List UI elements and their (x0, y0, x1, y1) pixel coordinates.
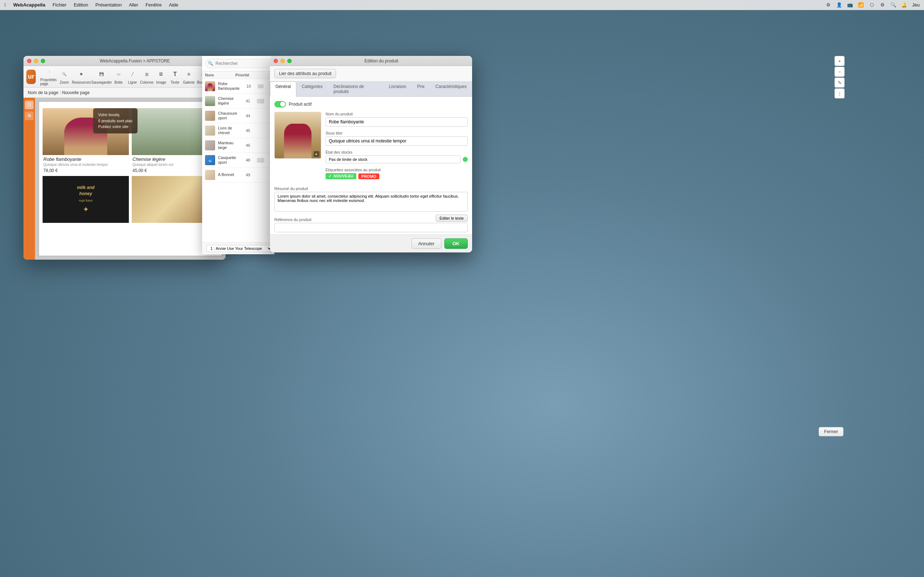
modal-max-btn[interactable] (287, 59, 292, 63)
summary-textarea[interactable] (274, 192, 468, 212)
edit-text-btn[interactable]: Editer le texte (436, 214, 468, 222)
minimize-button[interactable] (34, 59, 38, 63)
tab-prix[interactable]: Prix (412, 82, 430, 97)
fermer-btn[interactable]: Fermer (819, 427, 843, 436)
col-priority-header: Priorité (235, 73, 254, 77)
cancel-btn[interactable]: Annuler (412, 239, 441, 249)
page-name-value: Nouvelle page (62, 90, 90, 95)
panel-product-row-5[interactable]: 🧢 Casquette sport 48 (202, 153, 274, 168)
toolbar-save-btn[interactable]: 💾 Sauvegarder (92, 68, 111, 86)
tag-promo[interactable]: PROMO (359, 174, 380, 179)
panel-product-row-2[interactable]: Chaussure sport 44 (202, 108, 274, 123)
app-logo: ur (26, 69, 36, 84)
product-name-input[interactable] (326, 117, 468, 127)
panel-priority-3: 45 (239, 128, 257, 133)
tab-caracteristiques[interactable]: Caractéristiques (430, 82, 472, 97)
menu-apple[interactable]:  (4, 2, 6, 8)
sidebar-pages-icon[interactable]: ☷ (25, 101, 34, 109)
bluetooth-icon: ⬡ (869, 2, 874, 8)
toolbar-texte-btn[interactable]: T Texte (169, 68, 181, 86)
panel-thumb-5: 🧢 (205, 155, 215, 165)
search-menu-icon[interactable]: 🔍 (890, 2, 896, 8)
toolbar-galerie-btn[interactable]: ⊞ Galerie (183, 68, 195, 86)
close-button[interactable] (27, 59, 31, 63)
panel-product-row-6[interactable]: A Bonnet 49 (202, 168, 274, 182)
zoom-label: Zoom (60, 81, 69, 84)
resources-icon: ✱ (76, 69, 86, 79)
app-toolbar: ur 📄 Propriétés page 🔍 Zoom ✱ Ressources… (23, 66, 226, 88)
link-attributes-btn[interactable]: Lier des attributs au produit (274, 69, 336, 78)
tab-livraison[interactable]: Livraison (384, 82, 412, 97)
product-img-3: milk andhoney rupi kaur ✦ (43, 176, 129, 223)
modal-close-btn[interactable] (274, 59, 278, 63)
panel-flag-5 (257, 158, 264, 163)
summary-section: Résumé du produit Editer le texte (274, 187, 468, 213)
tag-nouveau-text: NOUVEAU (333, 174, 353, 178)
tag-nouveau[interactable]: ✓ NOUVEAU (326, 173, 356, 179)
toolbar-proprietes-btn[interactable]: 📄 Propriétés page (40, 68, 57, 86)
maximize-button[interactable] (41, 59, 45, 63)
modal-two-col: ► Nom du produit Sous titre (274, 112, 468, 184)
panel-thumb-3 (205, 126, 215, 135)
summary-label: Résumé du produit (274, 187, 468, 191)
panel-product-row-1[interactable]: Chemise légère 41 (202, 94, 274, 108)
tab-declinaisons[interactable]: Déclinaisons de produits (328, 82, 384, 97)
toolbar-zoom-btn[interactable]: 🔍 Zoom (58, 68, 70, 86)
panel-product-row-4[interactable]: Manteau large 46 (202, 138, 274, 153)
tab-categories[interactable]: Catégories (296, 82, 328, 97)
panel-product-row-0[interactable]: Robe flamboyante 10 (202, 79, 274, 94)
panel-flag-0 (258, 84, 263, 89)
zoom-in-btn[interactable]: + (835, 56, 845, 66)
img-nav-arrow[interactable]: ► (313, 151, 320, 157)
canvas-tooltip: Votre boutiq 6 produits sont plac Publie… (93, 108, 137, 134)
page-name-label-text: Nom de la page : (28, 90, 61, 95)
menu-fenetre[interactable]: Fenêtre (145, 2, 162, 8)
panel-product-row-3[interactable]: Livre de chevet 45 (202, 123, 274, 138)
panel-priority-0: 10 (240, 84, 258, 89)
stock-indicator (463, 157, 468, 162)
tab-general[interactable]: Général (270, 82, 296, 97)
tag-check-icon: ✓ (328, 174, 332, 178)
menu-aller[interactable]: Aller (129, 2, 138, 8)
book-bee-icon: ✦ (83, 205, 89, 214)
panel-search-input[interactable] (205, 59, 271, 68)
edit-tool-btn[interactable]: ✎ (835, 77, 845, 88)
toolbar-image-btn[interactable]: 🖼 Image (155, 68, 167, 86)
modal-titlebar: Edition du produit (270, 56, 472, 66)
menu-aide[interactable]: Aide (169, 2, 178, 8)
stock-input[interactable] (326, 155, 460, 163)
ok-btn[interactable]: OK (444, 239, 468, 249)
save-icon: 💾 (96, 69, 107, 79)
track-select[interactable]: 1 : Annie Use Your Telescope (207, 245, 273, 252)
zoom-out-btn[interactable]: − (835, 67, 845, 77)
product-active-toggle[interactable] (274, 101, 286, 108)
toolbar-resources-btn[interactable]: ✱ Ressources (72, 68, 90, 86)
modal-min-btn[interactable] (281, 59, 285, 63)
settings-icon: ⚙ (880, 2, 885, 8)
product-name-section: Nom du produit (326, 112, 468, 127)
tags-row: ✓ NOUVEAU PROMO (326, 173, 468, 179)
stock-label: État des stocks (326, 150, 468, 154)
product-card-3[interactable]: milk andhoney rupi kaur ✦ (43, 176, 129, 223)
menu-fichier[interactable]: Fichier (52, 2, 66, 8)
toolbar-boite-btn[interactable]: ▭ Boite (112, 68, 124, 86)
col-name-header: Nom (205, 73, 235, 77)
toolbar-ligne-btn[interactable]: ╱ Ligne (126, 68, 139, 86)
toolbar-colonne-btn[interactable]: ▥ Colonne (140, 68, 153, 86)
product-list-panel: 🔍 Nom Priorité Robe flamboyante 10 Chemi… (202, 56, 274, 254)
menu-presentation[interactable]: Présentation (95, 2, 122, 8)
col-flag-header (254, 73, 271, 77)
zoom-icon: 🔍 (59, 69, 69, 79)
sidebar-settings-icon[interactable]: ⚙ (25, 111, 34, 120)
menu-bar-left:  WebAcappella Fichier Edition Présentat… (4, 2, 178, 8)
subtitle-section: Sous titre (326, 131, 468, 146)
panel-search-icon: 🔍 (208, 61, 213, 66)
panel-product-name-6: A Bonnet (216, 172, 239, 177)
reference-input[interactable] (274, 223, 468, 232)
more-tool-btn[interactable]: ⋮ (835, 89, 845, 98)
subtitle-input[interactable] (326, 136, 468, 146)
menu-edition[interactable]: Edition (74, 2, 88, 8)
colonne-label: Colonne (140, 81, 153, 84)
site-preview: Votre boutiq 6 produits sont plac Publie… (39, 102, 222, 256)
menu-app-name[interactable]: WebAcappella (13, 2, 45, 8)
